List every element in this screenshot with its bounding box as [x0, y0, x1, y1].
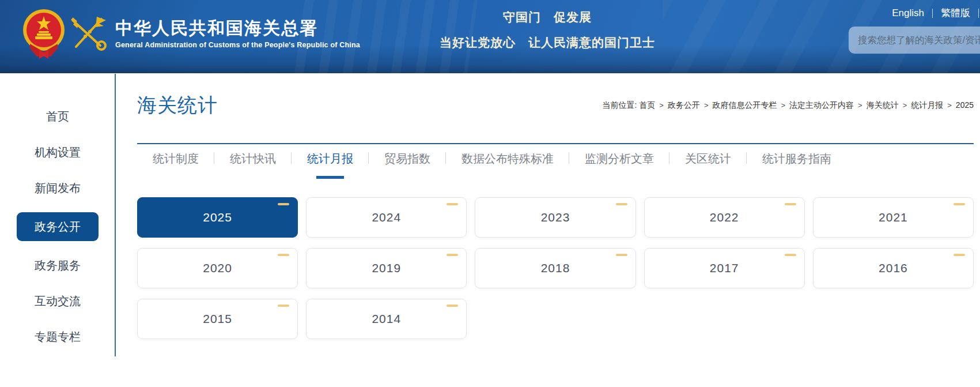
year-label: 2022	[710, 211, 739, 224]
card-dash-icon	[953, 254, 965, 256]
customs-key-icon	[68, 14, 108, 52]
site-brand: 中华人民共和国海关总署 General Administration of Cu…	[22, 8, 360, 59]
year-label: 2024	[372, 211, 401, 224]
slogan-line-2: 当好让党放心 让人民满意的国门卫士	[398, 35, 697, 51]
site-header: 中华人民共和国海关总署 General Administration of Cu…	[0, 0, 980, 73]
card-dash-icon	[278, 305, 289, 307]
tab-item[interactable]: 数据公布特殊标准	[446, 144, 569, 179]
year-label: 2017	[710, 261, 739, 275]
breadcrumb-separator: >	[704, 101, 709, 110]
year-label: 2014	[372, 312, 401, 326]
card-dash-icon	[278, 254, 289, 256]
tab-item[interactable]: 关区统计	[669, 144, 747, 179]
tab-item[interactable]: 贸易指数	[369, 144, 446, 179]
sidebar-item[interactable]: 机构设置	[35, 145, 81, 159]
page: 中华人民共和国海关总署 General Administration of Cu…	[0, 0, 980, 387]
site-title-block: 中华人民共和国海关总署 General Administration of Cu…	[115, 18, 360, 49]
sidebar-item[interactable]: 新闻发布	[35, 181, 81, 195]
breadcrumb-item[interactable]: 2025	[956, 100, 974, 110]
card-dash-icon	[785, 203, 796, 205]
year-label: 2016	[879, 261, 908, 275]
tab-item[interactable]: 统计月报	[292, 144, 369, 179]
national-emblem-icon	[22, 8, 66, 59]
sidebar-divider	[115, 74, 116, 356]
year-card[interactable]: 2024	[306, 197, 467, 238]
year-card[interactable]: 2023	[475, 197, 635, 238]
tab-item[interactable]: 统计快讯	[214, 144, 292, 179]
breadcrumb-separator: >	[858, 101, 862, 110]
year-card[interactable]: 2025	[137, 197, 298, 238]
breadcrumb-item[interactable]: 统计月报	[911, 100, 943, 110]
page-title: 海关统计	[137, 92, 218, 119]
year-card[interactable]: 2017	[644, 248, 805, 288]
breadcrumb-separator: >	[659, 101, 664, 110]
sidebar-item[interactable]: 专题专栏	[35, 330, 81, 344]
card-dash-icon	[785, 254, 796, 256]
year-card[interactable]: 2022	[644, 197, 805, 238]
card-dash-icon	[278, 203, 289, 205]
language-separator	[978, 9, 979, 18]
card-dash-icon	[447, 305, 458, 307]
year-card[interactable]: 2019	[306, 248, 467, 288]
sidebar-item[interactable]: 政务公开	[17, 212, 99, 241]
breadcrumb-separator: >	[781, 101, 785, 110]
card-dash-icon	[953, 203, 965, 205]
title-section: 海关统计 当前位置:首页>政务公开>政府信息公开专栏>法定主动公开内容>海关统计…	[137, 74, 974, 144]
language-link[interactable]: English	[884, 7, 932, 19]
year-card[interactable]: 2015	[137, 299, 298, 339]
year-label: 2020	[203, 261, 232, 275]
year-card[interactable]: 2018	[475, 248, 635, 288]
year-label: 2018	[541, 261, 570, 275]
tab-item[interactable]: 监测分析文章	[569, 144, 669, 179]
breadcrumb-item[interactable]: 首页	[639, 100, 655, 110]
search-input[interactable]	[849, 27, 980, 54]
year-card[interactable]: 2020	[137, 248, 298, 288]
tab-item[interactable]: 统计制度	[137, 144, 214, 179]
breadcrumb-separator: >	[947, 101, 952, 110]
language-links: English 繁體版	[884, 6, 979, 20]
year-label: 2023	[541, 211, 570, 224]
card-dash-icon	[447, 254, 458, 256]
year-card[interactable]: 2014	[306, 299, 467, 339]
sidebar-nav: 首页 机构设置 新闻发布 政务公开 政务服务 互动交流 专题专栏	[0, 74, 115, 366]
year-card[interactable]: 2021	[813, 197, 974, 238]
statistics-tabs: 统计制度 统计快讯 统计月报 贸易指数 数据公布特殊标准 监测分析文章 关区统计…	[137, 144, 974, 186]
breadcrumb-items: 首页>政务公开>政府信息公开专栏>法定主动公开内容>海关统计>统计月报>2025	[639, 100, 974, 110]
breadcrumb-item[interactable]: 政府信息公开专栏	[712, 100, 777, 110]
sidebar-item[interactable]: 政务服务	[35, 258, 81, 272]
card-dash-icon	[616, 254, 627, 256]
card-dash-icon	[616, 203, 627, 205]
slogan-line-1: 守国门 促发展	[398, 9, 697, 25]
card-dash-icon	[447, 203, 458, 205]
sidebar-item[interactable]: 首页	[46, 110, 69, 123]
main-content: 海关统计 当前位置:首页>政务公开>政府信息公开专栏>法定主动公开内容>海关统计…	[137, 74, 974, 339]
year-grid: 2025 2024 2023 2022	[137, 197, 974, 339]
breadcrumb: 当前位置:首页>政务公开>政府信息公开专栏>法定主动公开内容>海关统计>统计月报…	[602, 100, 974, 111]
year-label: 2019	[372, 261, 401, 275]
tab-item[interactable]: 统计服务指南	[747, 144, 847, 179]
breadcrumb-item[interactable]: 法定主动公开内容	[789, 100, 854, 110]
year-label: 2025	[203, 211, 232, 224]
breadcrumb-item[interactable]: 海关统计	[867, 100, 899, 110]
year-card[interactable]: 2016	[813, 248, 974, 288]
year-label: 2015	[203, 312, 232, 326]
breadcrumb-label: 当前位置:	[602, 100, 637, 110]
language-link[interactable]: 繁體版	[933, 6, 978, 20]
breadcrumb-item[interactable]: 政务公开	[668, 100, 700, 110]
breadcrumb-separator: >	[903, 101, 907, 110]
site-title-english: General Administration of Customs of the…	[115, 41, 360, 49]
year-label: 2021	[879, 211, 908, 224]
site-title: 中华人民共和国海关总署	[115, 18, 360, 37]
header-slogans: 守国门 促发展 当好让党放心 让人民满意的国门卫士	[398, 9, 697, 51]
sidebar-item[interactable]: 互动交流	[35, 294, 81, 308]
